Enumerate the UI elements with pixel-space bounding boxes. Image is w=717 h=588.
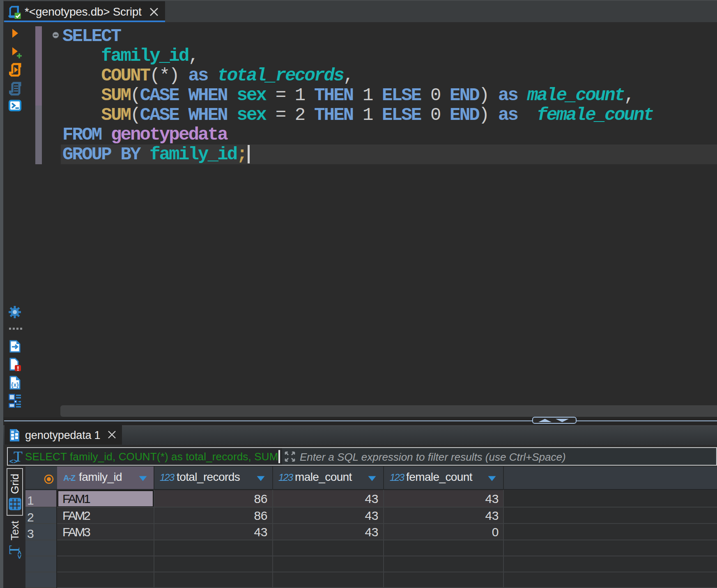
svg-text:<>: <>: [16, 551, 23, 559]
svg-text:{x}: {x}: [11, 381, 19, 388]
svg-text:<>: <>: [9, 457, 18, 464]
